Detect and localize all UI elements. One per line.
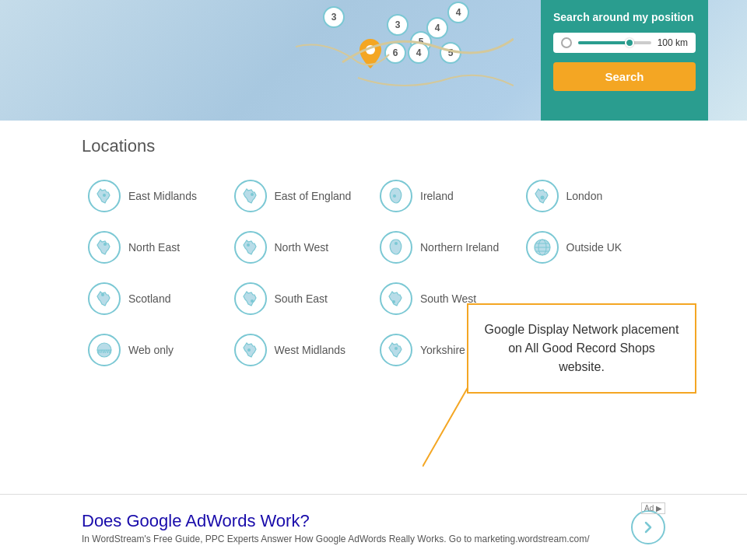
list-item[interactable]: South East <box>228 273 374 324</box>
location-name: Northern Ireland <box>420 241 499 254</box>
slider-min-icon <box>561 37 572 48</box>
svg-point-6 <box>247 243 250 247</box>
location-icon-east-of-england <box>234 180 267 212</box>
list-item[interactable]: Northern Ireland <box>374 222 520 273</box>
list-item[interactable]: North West <box>228 222 374 273</box>
location-icon-west-midlands <box>234 334 267 366</box>
location-icon-north-west <box>234 231 267 264</box>
svg-point-20 <box>395 347 398 350</box>
svg-point-4 <box>540 196 544 200</box>
location-icon-web-only: www <box>88 334 121 366</box>
search-panel-title: Search around my position <box>553 11 696 23</box>
list-item[interactable]: North East <box>82 222 228 273</box>
svg-point-19 <box>247 348 251 352</box>
svg-point-3 <box>393 194 396 198</box>
chevron-right-icon <box>641 520 655 534</box>
location-name: Ireland <box>420 190 454 202</box>
list-item[interactable]: Scotland <box>82 273 228 324</box>
location-icon-outside-uk <box>526 231 559 264</box>
location-name: South East <box>275 292 328 305</box>
location-icon-north-east <box>88 231 121 264</box>
ad-description: In WordStream's Free Guide, PPC Experts … <box>82 534 619 544</box>
slider-value: 100 km <box>658 37 688 48</box>
callout-box: Google Display Network placement on All … <box>467 303 696 394</box>
location-name: London <box>566 190 603 202</box>
location-icon-scotland <box>88 282 121 315</box>
svg-point-1 <box>103 194 106 197</box>
svg-point-2 <box>251 193 254 196</box>
list-item[interactable]: East Midlands <box>82 170 228 222</box>
svg-point-5 <box>103 243 107 246</box>
callout-text: Google Display Network placement on All … <box>484 320 679 376</box>
slider-fill <box>578 41 630 44</box>
ad-title[interactable]: Does Google AdWords Work? <box>82 511 619 531</box>
slider-container: 100 km <box>553 33 696 53</box>
svg-point-7 <box>395 242 398 245</box>
map-roads <box>296 0 514 121</box>
location-icon-south-west <box>380 282 412 315</box>
location-name: North East <box>128 241 180 254</box>
slider-track[interactable] <box>578 41 651 44</box>
map-pins: 3 4 4 3 5 6 4 5 <box>0 0 529 121</box>
location-name: West Midlands <box>275 344 346 356</box>
list-item[interactable]: Ireland <box>374 170 520 222</box>
search-button[interactable]: Search <box>553 62 696 91</box>
list-item[interactable]: West Midlands <box>228 324 374 376</box>
location-icon-east-midlands <box>88 180 121 212</box>
search-panel: Search around my position 100 km Search <box>541 0 708 121</box>
svg-point-15 <box>392 300 395 303</box>
ad-content: Does Google AdWords Work? In WordStream'… <box>82 511 619 544</box>
location-icon-london <box>526 180 559 212</box>
location-name: Web only <box>128 344 174 356</box>
ad-badge: Ad ▶ <box>641 502 665 514</box>
list-item[interactable]: East of England <box>228 170 374 222</box>
location-icon-south-east <box>234 282 267 315</box>
list-item[interactable]: www Web only <box>82 324 228 376</box>
map-area: 3 4 4 3 5 6 4 5 Search around my positio… <box>0 0 747 121</box>
svg-point-14 <box>251 299 254 303</box>
ad-section: Ad ▶ Does Google AdWords Work? In WordSt… <box>0 494 747 560</box>
list-item[interactable]: London <box>520 170 666 222</box>
slider-thumb[interactable] <box>625 38 634 47</box>
location-name: Scotland <box>128 292 170 305</box>
location-icon-yorkshire-humber <box>380 334 412 366</box>
location-name: North West <box>275 241 329 254</box>
location-name: Outside UK <box>566 241 622 254</box>
location-icon-ireland <box>380 180 412 212</box>
location-name: East Midlands <box>128 190 197 202</box>
ad-arrow-button[interactable] <box>631 510 665 544</box>
locations-title: Locations <box>82 136 665 156</box>
svg-point-13 <box>101 293 104 296</box>
location-icon-northern-ireland <box>380 231 412 264</box>
list-item[interactable]: Outside UK <box>520 222 666 273</box>
location-name: East of England <box>275 190 352 202</box>
svg-text:www: www <box>97 348 111 354</box>
